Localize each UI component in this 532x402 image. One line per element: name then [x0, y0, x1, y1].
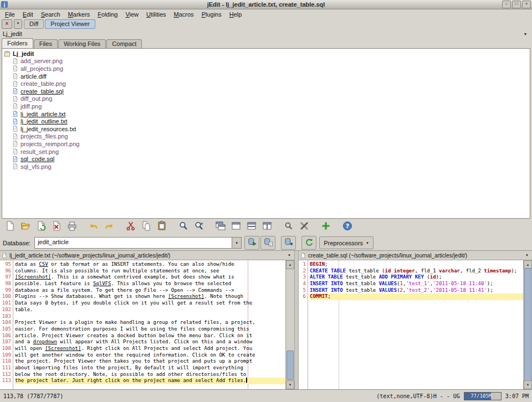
menu-view[interactable]: View	[121, 11, 142, 18]
file-name: lj_jedit_resources.txt	[21, 126, 76, 132]
menu-plugins[interactable]: Plugins	[198, 11, 226, 18]
plugin-manager-button[interactable]	[318, 220, 333, 235]
preprocessors-dropdown[interactable]: Preprocessors ▼	[319, 236, 374, 249]
tree-file-item[interactable]: result_set.png	[4, 148, 530, 156]
split-horizontal-button[interactable]	[244, 220, 259, 235]
tree-root-item[interactable]: Lj_jedit	[4, 50, 530, 58]
pane-splitter[interactable]	[294, 251, 299, 389]
help-button[interactable]: ?	[340, 220, 355, 235]
refresh-connection-button[interactable]	[301, 236, 316, 250]
tree-file-item[interactable]: sql_vfs.png	[4, 163, 530, 171]
chevron-down-icon[interactable]: ▼	[232, 238, 241, 248]
caret-position: 113,78 (7787/7787)	[3, 393, 63, 399]
database-buttons	[244, 236, 316, 250]
file-name: article.diff	[21, 73, 47, 80]
left-text-area[interactable]: data as CSV or tab format or as INSERT s…	[13, 260, 285, 389]
file-icon	[12, 133, 18, 140]
execute-statement-button[interactable]	[244, 236, 259, 250]
paste-button[interactable]	[154, 220, 169, 235]
tree-file-item[interactable]: lj_jedit_outline.txt	[4, 117, 530, 125]
tab-files[interactable]: Files	[34, 39, 58, 48]
tree-file-item[interactable]: lj_jedit_article.txt	[4, 110, 530, 118]
tab-folders[interactable]: Folders	[2, 38, 33, 48]
close-button[interactable]: ×	[522, 1, 531, 8]
left-buffer-switcher[interactable]: lj_jedit_article.txt (~/software_project…	[0, 251, 294, 260]
left-scrollbar[interactable]: ▲ ▼	[285, 260, 294, 389]
undo-button[interactable]	[86, 220, 101, 235]
memory-gauge[interactable]: 77/105Mb	[464, 392, 502, 400]
right-edit-pane: create_table.sql (~/software_projects/li…	[299, 251, 532, 389]
menu-macros[interactable]: Macros	[170, 11, 198, 18]
print-button[interactable]	[64, 220, 79, 235]
right-buffer-switcher[interactable]: create_table.sql (~/software_projects/li…	[299, 251, 532, 260]
menu-search[interactable]: Search	[37, 11, 64, 18]
dock-tab-project-viewer[interactable]: Project Viewer	[45, 19, 95, 29]
menu-folding[interactable]: Folding	[94, 11, 121, 18]
execute-buffer-icon	[263, 237, 273, 249]
tree-file-item[interactable]: create_table.sql	[4, 87, 530, 95]
find-next-button[interactable]	[191, 220, 206, 235]
search-in-directory-button[interactable]	[281, 220, 296, 235]
memory-usage: 77/105Mb	[470, 393, 494, 399]
menu-file[interactable]: File	[1, 11, 19, 18]
scroll-thumb[interactable]	[524, 268, 531, 382]
code-line: database as a file system. To get there …	[15, 287, 285, 294]
scroll-down-icon[interactable]: ▼	[286, 380, 294, 389]
split-vertical-button[interactable]	[259, 220, 274, 235]
cut-button[interactable]	[123, 220, 138, 235]
tab-working-files[interactable]: Working Files	[58, 39, 106, 48]
find-next-icon	[193, 220, 204, 234]
find-button[interactable]	[176, 220, 191, 235]
dock-menu-button[interactable]: ▼	[14, 19, 22, 29]
tree-file-item[interactable]: projects_reimport.png	[4, 140, 530, 148]
project-dropdown-button[interactable]: ▼	[521, 32, 529, 36]
menu-markers[interactable]: Markers	[64, 11, 94, 18]
tree-file-item[interactable]: jdiff.png	[4, 102, 530, 110]
utilities-button[interactable]	[296, 220, 311, 235]
right-text-area[interactable]: BEGIN;CREATE TABLE test_table (id intege…	[308, 260, 523, 389]
chevron-down-icon[interactable]: ▼	[524, 254, 530, 257]
tree-file-item[interactable]: projects_files.png	[4, 133, 530, 141]
reload-buffer-button[interactable]	[33, 220, 48, 235]
tab-compact[interactable]: Compact	[106, 39, 142, 48]
dock-tab-diff[interactable]: Diff	[24, 19, 44, 29]
scroll-thumb[interactable]	[287, 351, 294, 380]
tree-file-item[interactable]: diff_out.png	[4, 95, 530, 103]
chevron-down-icon[interactable]: ▼	[286, 254, 293, 257]
close-dock-button[interactable]: ×	[2, 19, 12, 29]
menu-help[interactable]: Help	[226, 11, 246, 18]
menu-utilities[interactable]: Utilities	[142, 11, 170, 18]
right-scrollbar[interactable]: ▲ ▼	[523, 260, 532, 389]
svg-text:?: ?	[345, 223, 349, 230]
unsplit-icon	[231, 220, 242, 234]
tree-file-item[interactable]: lj_jedit_resources.txt	[4, 125, 530, 133]
tree-file-item[interactable]: add_server.png	[4, 58, 530, 65]
tree-file-item[interactable]: all_projects.png	[4, 65, 530, 73]
line-number: 96	[0, 268, 11, 275]
new-file-button[interactable]	[2, 220, 17, 235]
scroll-down-icon[interactable]: ▼	[524, 380, 532, 389]
code-line: will get another window to enter the req…	[15, 352, 285, 359]
redo-icon	[104, 220, 115, 234]
close-buffer-button[interactable]	[49, 220, 64, 235]
load-database-object-button[interactable]	[281, 236, 296, 250]
copy-button[interactable]	[139, 220, 154, 235]
project-viewer-tabs: FoldersFilesWorking FilesCompact	[0, 38, 532, 48]
redo-button[interactable]	[101, 220, 116, 235]
tree-file-item[interactable]: article.diff	[4, 73, 530, 80]
unsplit-button[interactable]	[228, 220, 243, 235]
right-gutter[interactable]: 123456	[299, 260, 308, 389]
minimize-button[interactable]: –	[502, 1, 511, 8]
database-combo[interactable]: jedit_article ▼	[34, 237, 242, 249]
left-gutter[interactable]: 9596979899100101102103104105106107108109…	[0, 260, 13, 389]
new-view-button[interactable]	[213, 220, 228, 235]
scroll-up-icon[interactable]: ▲	[286, 260, 294, 269]
tree-file-item[interactable]: create_table.png	[4, 80, 530, 87]
menu-edit[interactable]: Edit	[19, 11, 37, 18]
execute-buffer-button[interactable]	[260, 236, 275, 250]
open-file-button[interactable]	[18, 220, 33, 235]
tree-file-item[interactable]: sql_code.sql	[4, 155, 530, 163]
line-number: 112	[0, 372, 11, 378]
code-line: about importing files into the project, …	[15, 365, 285, 372]
maximize-button[interactable]: □	[512, 1, 521, 8]
